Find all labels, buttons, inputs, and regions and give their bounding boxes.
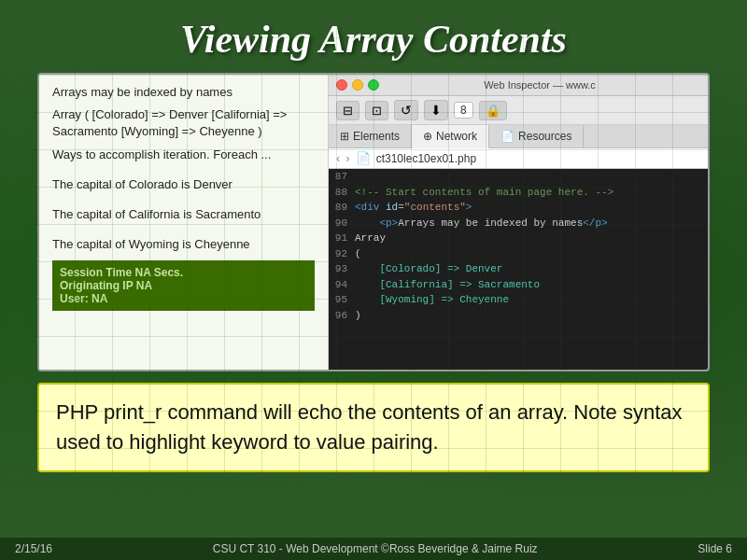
traffic-lights: [336, 79, 379, 91]
resources-icon: 📄: [500, 130, 514, 143]
session-block: Session Time NA Secs. Originating IP NA …: [52, 260, 315, 311]
webpage-panel: Arrays may be indexed by names Array ( […: [39, 75, 329, 370]
code-line-95: 95 [Wyoming] => Cheyenne: [329, 292, 708, 308]
url-bar: ‹ › 📄 ct310lec10ex01.php: [329, 148, 708, 169]
back-button[interactable]: ‹: [336, 151, 340, 165]
code-line-88: 88 <!-- Start contents of main page here…: [329, 185, 708, 201]
code-line-92: 92 (: [329, 246, 708, 262]
webpage-line-3: Ways to accomplish iteration. Foreach ..…: [52, 147, 315, 163]
dock-button[interactable]: ⊡: [365, 101, 388, 120]
lock-button[interactable]: 🔒: [479, 101, 507, 120]
webpage-line-6: The capital of Wyoming is Cheyenne: [52, 236, 315, 253]
session-time: Session Time NA Secs.: [60, 266, 307, 279]
browser-composite: Arrays may be indexed by names Array ( […: [37, 73, 710, 371]
url-display[interactable]: ct310lec10ex01.php: [376, 152, 476, 165]
code-line-90: 90 <p>Arrays may be indexed by names</p>: [329, 216, 708, 231]
slide-title: Viewing Array Contents: [0, 0, 747, 73]
note-box: PHP print_r command will echo the conten…: [37, 383, 710, 472]
tab-elements-label: Elements: [353, 130, 400, 143]
forward-button[interactable]: ›: [345, 151, 349, 165]
inspector-title-text: Web Inspector — www.c: [484, 79, 596, 91]
footer-course: CSU CT 310 - Web Development ©Ross Bever…: [213, 542, 538, 555]
reload-button[interactable]: ↺: [394, 100, 418, 120]
webpage-line-4: The capital of Colorado is Denver: [52, 176, 315, 193]
code-line-96: 96 ): [329, 308, 708, 324]
traffic-light-yellow[interactable]: [352, 79, 363, 91]
traffic-light-green[interactable]: [368, 79, 379, 91]
code-line-89: 89 <div id="contents">: [329, 200, 708, 216]
inspector-tabs: ⊞ Elements ⊕ Network 📄 Resources: [329, 125, 708, 148]
tab-network-label: Network: [436, 130, 477, 143]
tab-network[interactable]: ⊕ Network: [412, 125, 489, 148]
elements-icon: ⊞: [340, 130, 349, 143]
user-na: User: NA: [60, 292, 307, 305]
tab-resources-label: Resources: [518, 130, 571, 143]
webpage-line-5: The capital of California is Sacramento: [52, 206, 315, 223]
originating-ip: Originating IP NA: [60, 279, 307, 292]
code-panel: 87 88 <!-- Start contents of main page h…: [329, 169, 708, 370]
code-line-94: 94 [California] => Sacramento: [329, 277, 708, 293]
code-line-87: 87: [329, 169, 708, 185]
note-text: PHP print_r command will echo the conten…: [56, 398, 691, 457]
footer-slide: Slide 6: [698, 542, 732, 555]
download-button[interactable]: ⬇: [424, 100, 448, 120]
network-icon: ⊕: [423, 130, 432, 143]
traffic-light-red[interactable]: [336, 79, 347, 91]
code-line-91: 91 Array: [329, 231, 708, 246]
favicon-icon: 📄: [356, 151, 371, 165]
code-line-93: 93 [Colorado] => Denver: [329, 261, 708, 277]
inspector-panel: Web Inspector — www.c ⊟ ⊡ ↺ ⬇ 8 🔒 ⊞ Elem…: [329, 75, 708, 370]
footer: 2/15/16 CSU CT 310 - Web Development ©Ro…: [0, 538, 747, 560]
resource-count: 8: [454, 102, 473, 119]
tab-elements[interactable]: ⊞ Elements: [329, 125, 412, 147]
sidebar-toggle-button[interactable]: ⊟: [336, 101, 359, 120]
footer-date: 2/15/16: [15, 542, 52, 555]
inspector-titlebar: Web Inspector — www.c: [329, 75, 708, 96]
inspector-toolbar: ⊟ ⊡ ↺ ⬇ 8 🔒: [329, 96, 708, 125]
tab-resources[interactable]: 📄 Resources: [489, 125, 584, 147]
webpage-line-2: Array ( [Colorado] => Denver [California…: [52, 106, 315, 140]
webpage-line-1: Arrays may be indexed by names: [52, 84, 315, 101]
